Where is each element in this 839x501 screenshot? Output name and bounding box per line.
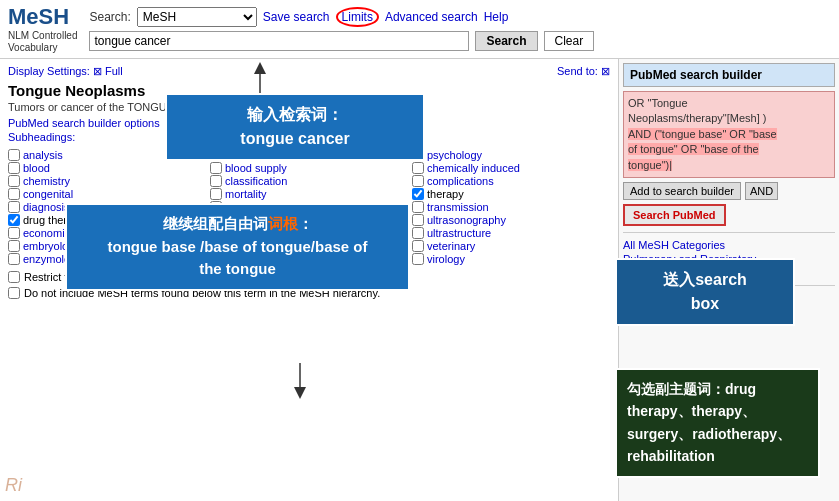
display-settings[interactable]: Display Settings: ⊠ Full [8, 65, 123, 78]
subheading-label-ultra1[interactable]: ultrasonography [427, 214, 506, 226]
subheading-checkbox-embr1[interactable] [8, 240, 20, 252]
nlm-mesh-browser-link[interactable]: NLM MeSH Browser [623, 293, 723, 305]
subheading-item-embr1: embryology [8, 240, 206, 252]
clinical-studies-link[interactable]: Clinical studies as topic [623, 267, 835, 279]
subheading-label-blood2[interactable]: blood supply [225, 162, 287, 174]
subheading-label-vet1[interactable]: veterinary [427, 240, 475, 252]
subheading-checkbox-econ1[interactable] [8, 227, 20, 239]
subheading-label-epidemiology[interactable]: epidemiology [225, 149, 290, 161]
subheading-item-epidemiology: epidemiology [210, 149, 408, 161]
subheading-checkbox-nurs1[interactable] [210, 201, 222, 213]
subheading-label-prev1[interactable]: prevention and control [225, 253, 334, 265]
and-button[interactable]: AND [745, 182, 778, 200]
donotinclude-checkbox[interactable] [8, 287, 20, 299]
subheading-item-nurs1: nursing [210, 201, 408, 213]
subheading-checkbox-chem2[interactable] [210, 175, 222, 187]
subheading-label-blood1[interactable]: blood [23, 162, 50, 174]
subheading-label-ultra2[interactable]: ultrastructure [427, 227, 491, 239]
subheading-item-physio1: physiopathology [210, 240, 408, 252]
query-input[interactable] [89, 31, 469, 51]
help-link[interactable]: Help [484, 10, 509, 24]
search-row2: Search Clear [89, 31, 594, 51]
subheading-item-com1: congenital [8, 188, 206, 200]
subheading-label-econ1[interactable]: economics [23, 227, 76, 239]
term-links: PubMed search builder options [8, 117, 610, 129]
subheadings-grid: analysisepidemiologypsychologybloodblood… [8, 149, 610, 265]
subheading-label-embr1[interactable]: embryology [23, 240, 80, 252]
subheading-label-virol1[interactable]: virology [427, 253, 465, 265]
top-row: Display Settings: ⊠ Full Send to: ⊠ [8, 65, 610, 82]
subheading-checkbox-virol1[interactable] [412, 253, 424, 265]
subheading-label-com1[interactable]: congenital [23, 188, 73, 200]
subheading-item-prev1: prevention and control [210, 253, 408, 265]
subheading-label-therapy[interactable]: therapy [427, 188, 464, 200]
subheading-checkbox-blood3[interactable] [412, 162, 424, 174]
main: Display Settings: ⊠ Full Send to: ⊠ Tong… [0, 59, 839, 501]
subheading-label-path1[interactable]: pathology [225, 227, 273, 239]
subheading-checkbox-analysis[interactable] [8, 149, 20, 161]
subheading-label-physio1[interactable]: physiopathology [225, 240, 305, 252]
search-type-select[interactable]: MeSH All Fields Title Author [137, 7, 257, 27]
subheading-item-path1: pathology [210, 227, 408, 239]
subheading-label-analysis[interactable]: analysis [23, 149, 63, 161]
advanced-search-link[interactable]: Advanced search [385, 10, 478, 24]
subheading-checkbox-para1[interactable] [210, 214, 222, 226]
add-to-search-builder-button[interactable]: Add to search builder [623, 182, 741, 200]
right-divider2 [623, 285, 835, 286]
subheading-checkbox-epidemiology[interactable] [210, 149, 222, 161]
subheading-item-chem2: classification [210, 175, 408, 187]
subheading-label-clas1[interactable]: complications [427, 175, 494, 187]
subheading-label-drug_therapy[interactable]: drug therapy [23, 214, 85, 226]
restrict-label: Restrict to MeSH Major Topic. [24, 271, 169, 283]
save-search-link[interactable]: Save search [263, 10, 330, 24]
subheading-checkbox-prev1[interactable] [210, 253, 222, 265]
subheading-label-enzym1[interactable]: enzymology [23, 253, 82, 265]
subheading-checkbox-therapy[interactable] [412, 188, 424, 200]
subheading-checkbox-path1[interactable] [210, 227, 222, 239]
donotinclude-label: Do not include MeSH terms found below th… [24, 287, 380, 299]
subheadings-label[interactable]: Subheadings: [8, 131, 610, 143]
subheading-label-diag1[interactable]: diagnosis [23, 201, 69, 213]
subheading-checkbox-clas1[interactable] [412, 175, 424, 187]
subheading-item-para1: parasitology [210, 214, 408, 226]
logo-title: MeSH [8, 4, 77, 30]
limits-button[interactable]: Limits [336, 7, 379, 27]
subheading-label-chem2[interactable]: classification [225, 175, 287, 187]
subheading-checkbox-ultra2[interactable] [412, 227, 424, 239]
donotinclude-row: Do not include MeSH terms found below th… [8, 287, 610, 299]
all-mesh-categories-link[interactable]: All MeSH Categories [623, 239, 835, 251]
subheading-checkbox-enzym1[interactable] [8, 253, 20, 265]
clear-button[interactable]: Clear [544, 31, 595, 51]
subheading-item-virol1: virology [412, 253, 610, 265]
search-label: Search: [89, 10, 130, 24]
subheading-label-chem1[interactable]: chemistry [23, 175, 70, 187]
subheading-label-trans1[interactable]: transmission [427, 201, 489, 213]
search-button[interactable]: Search [475, 31, 537, 51]
subheading-checkbox-blood1[interactable] [8, 162, 20, 174]
right-panel: PubMed search builder OR "Tongue Neoplas… [619, 59, 839, 501]
subheading-checkbox-diag1[interactable] [8, 201, 20, 213]
subheading-item-clas1: complications [412, 175, 610, 187]
pulmonary-link[interactable]: Pulmonary and Respiratory... [623, 253, 835, 265]
subheading-checkbox-mort1[interactable] [210, 188, 222, 200]
display-settings-link[interactable]: Display Settings: ⊠ Full [8, 65, 123, 77]
subheading-label-psychology[interactable]: psychology [427, 149, 482, 161]
subheading-label-nurs1[interactable]: nursing [225, 201, 261, 213]
subheading-checkbox-chem1[interactable] [8, 175, 20, 187]
restrict-checkbox[interactable] [8, 271, 20, 283]
subheading-checkbox-physio1[interactable] [210, 240, 222, 252]
subheading-label-blood3[interactable]: chemically induced [427, 162, 520, 174]
highlighted-text: AND ("tongue base" OR "base of tongue" O… [628, 128, 777, 171]
subheading-label-para1[interactable]: parasitology [225, 214, 284, 226]
send-to[interactable]: Send to: ⊠ [557, 65, 610, 78]
subheading-checkbox-blood2[interactable] [210, 162, 222, 174]
search-pubmed-button[interactable]: Search PubMed [623, 204, 726, 226]
subheading-checkbox-psychology[interactable] [412, 149, 424, 161]
subheading-checkbox-ultra1[interactable] [412, 214, 424, 226]
subheading-checkbox-drug_therapy[interactable] [8, 214, 20, 226]
subheading-checkbox-vet1[interactable] [412, 240, 424, 252]
subheading-label-mort1[interactable]: mortality [225, 188, 267, 200]
pubmed-search-builder-link[interactable]: PubMed search builder options [8, 117, 160, 129]
subheading-checkbox-com1[interactable] [8, 188, 20, 200]
subheading-checkbox-trans1[interactable] [412, 201, 424, 213]
